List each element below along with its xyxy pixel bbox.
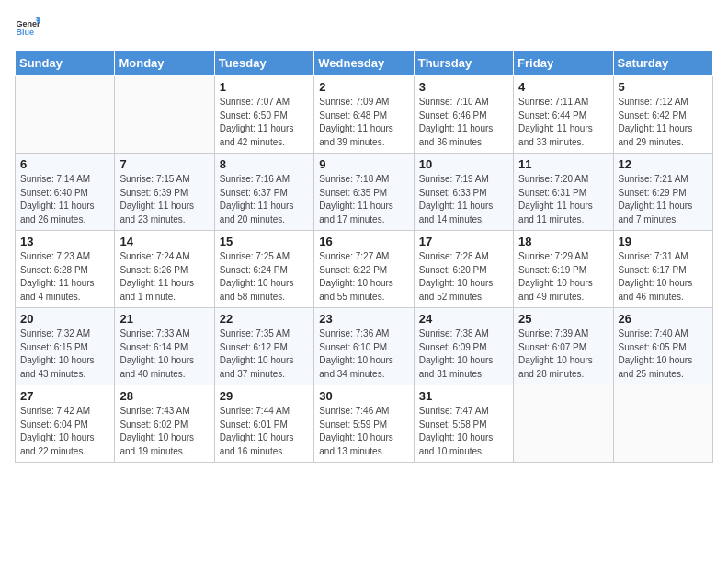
day-info: Sunrise: 7:21 AMSunset: 6:29 PMDaylight:… <box>619 173 708 226</box>
day-info: Sunrise: 7:27 AMSunset: 6:22 PMDaylight:… <box>319 250 408 304</box>
day-number: 18 <box>518 235 608 248</box>
header-tuesday: Tuesday <box>214 51 313 76</box>
day-info: Sunrise: 7:15 AMSunset: 6:39 PMDaylight:… <box>119 173 209 226</box>
day-info: Sunrise: 7:29 AMSunset: 6:19 PMDaylight:… <box>518 250 608 304</box>
day-number: 4 <box>518 80 608 94</box>
day-number: 28 <box>119 389 209 403</box>
calendar-cell: 9Sunrise: 7:18 AMSunset: 6:35 PMDaylight… <box>314 154 414 231</box>
calendar-cell: 30Sunrise: 7:46 AMSunset: 5:59 PMDayligh… <box>314 385 414 463</box>
calendar-cell: 14Sunrise: 7:24 AMSunset: 6:26 PMDayligh… <box>115 231 214 308</box>
day-info: Sunrise: 7:38 AMSunset: 6:09 PMDaylight:… <box>419 327 508 381</box>
calendar-cell: 18Sunrise: 7:29 AMSunset: 6:19 PMDayligh… <box>514 231 613 308</box>
header-friday: Friday <box>514 51 613 76</box>
day-info: Sunrise: 7:36 AMSunset: 6:10 PMDaylight:… <box>319 327 408 381</box>
calendar-cell: 4Sunrise: 7:11 AMSunset: 6:44 PMDaylight… <box>514 76 613 154</box>
calendar-week-4: 20Sunrise: 7:32 AMSunset: 6:15 PMDayligh… <box>16 308 713 385</box>
day-info: Sunrise: 7:44 AMSunset: 6:01 PMDaylight:… <box>220 405 309 458</box>
day-info: Sunrise: 7:23 AMSunset: 6:28 PMDaylight:… <box>20 250 109 304</box>
calendar-cell: 10Sunrise: 7:19 AMSunset: 6:33 PMDayligh… <box>414 154 513 231</box>
calendar-cell <box>16 76 115 154</box>
calendar-cell: 25Sunrise: 7:39 AMSunset: 6:07 PMDayligh… <box>514 308 613 385</box>
logo-icon: General Blue <box>15 15 40 40</box>
calendar-cell: 11Sunrise: 7:20 AMSunset: 6:31 PMDayligh… <box>514 154 613 231</box>
day-number: 19 <box>619 235 708 248</box>
day-info: Sunrise: 7:16 AMSunset: 6:37 PMDaylight:… <box>220 173 309 226</box>
day-info: Sunrise: 7:24 AMSunset: 6:26 PMDaylight:… <box>119 250 209 304</box>
day-number: 29 <box>220 389 309 403</box>
calendar-header-row: SundayMondayTuesdayWednesdayThursdayFrid… <box>16 51 713 76</box>
day-number: 13 <box>20 235 109 248</box>
day-number: 31 <box>419 389 508 403</box>
day-number: 7 <box>119 157 209 171</box>
day-info: Sunrise: 7:19 AMSunset: 6:33 PMDaylight:… <box>419 173 508 226</box>
calendar-cell <box>514 385 613 463</box>
calendar-body: 1Sunrise: 7:07 AMSunset: 6:50 PMDaylight… <box>16 76 713 463</box>
day-info: Sunrise: 7:12 AMSunset: 6:42 PMDaylight:… <box>619 96 708 149</box>
day-number: 2 <box>319 80 408 94</box>
header-monday: Monday <box>115 51 214 76</box>
day-info: Sunrise: 7:11 AMSunset: 6:44 PMDaylight:… <box>518 96 608 149</box>
day-number: 9 <box>319 157 408 171</box>
day-info: Sunrise: 7:47 AMSunset: 5:58 PMDaylight:… <box>419 405 508 458</box>
day-number: 14 <box>119 235 209 248</box>
day-info: Sunrise: 7:28 AMSunset: 6:20 PMDaylight:… <box>419 250 508 304</box>
day-info: Sunrise: 7:25 AMSunset: 6:24 PMDaylight:… <box>220 250 309 304</box>
calendar-cell: 22Sunrise: 7:35 AMSunset: 6:12 PMDayligh… <box>214 308 313 385</box>
day-info: Sunrise: 7:40 AMSunset: 6:05 PMDaylight:… <box>619 327 708 381</box>
day-number: 26 <box>619 312 708 326</box>
day-info: Sunrise: 7:18 AMSunset: 6:35 PMDaylight:… <box>319 173 408 226</box>
calendar-cell: 20Sunrise: 7:32 AMSunset: 6:15 PMDayligh… <box>16 308 115 385</box>
day-info: Sunrise: 7:35 AMSunset: 6:12 PMDaylight:… <box>220 327 309 381</box>
calendar-cell: 26Sunrise: 7:40 AMSunset: 6:05 PMDayligh… <box>613 308 712 385</box>
day-info: Sunrise: 7:14 AMSunset: 6:40 PMDaylight:… <box>20 173 109 226</box>
day-number: 3 <box>419 80 508 94</box>
day-number: 27 <box>20 389 109 403</box>
calendar-cell: 31Sunrise: 7:47 AMSunset: 5:58 PMDayligh… <box>414 385 513 463</box>
day-number: 10 <box>419 157 508 171</box>
calendar-cell: 2Sunrise: 7:09 AMSunset: 6:48 PMDaylight… <box>314 76 414 154</box>
day-info: Sunrise: 7:09 AMSunset: 6:48 PMDaylight:… <box>319 96 408 149</box>
day-number: 11 <box>518 157 608 171</box>
calendar-week-5: 27Sunrise: 7:42 AMSunset: 6:04 PMDayligh… <box>16 385 713 463</box>
day-number: 30 <box>319 389 408 403</box>
day-number: 8 <box>220 157 309 171</box>
page-header: General Blue <box>15 15 713 40</box>
header-sunday: Sunday <box>16 51 115 76</box>
calendar-cell: 3Sunrise: 7:10 AMSunset: 6:46 PMDaylight… <box>414 76 513 154</box>
svg-text:Blue: Blue <box>16 28 34 37</box>
day-info: Sunrise: 7:20 AMSunset: 6:31 PMDaylight:… <box>518 173 608 226</box>
day-number: 6 <box>20 157 109 171</box>
day-number: 25 <box>518 312 608 326</box>
calendar-cell: 28Sunrise: 7:43 AMSunset: 6:02 PMDayligh… <box>115 385 214 463</box>
calendar-week-2: 6Sunrise: 7:14 AMSunset: 6:40 PMDaylight… <box>16 154 713 231</box>
calendar-cell: 23Sunrise: 7:36 AMSunset: 6:10 PMDayligh… <box>314 308 414 385</box>
calendar-cell: 19Sunrise: 7:31 AMSunset: 6:17 PMDayligh… <box>613 231 712 308</box>
logo: General Blue <box>15 15 44 40</box>
day-info: Sunrise: 7:43 AMSunset: 6:02 PMDaylight:… <box>119 405 209 458</box>
calendar-cell: 29Sunrise: 7:44 AMSunset: 6:01 PMDayligh… <box>214 385 313 463</box>
day-number: 17 <box>419 235 508 248</box>
day-info: Sunrise: 7:46 AMSunset: 5:59 PMDaylight:… <box>319 405 408 458</box>
calendar-cell: 16Sunrise: 7:27 AMSunset: 6:22 PMDayligh… <box>314 231 414 308</box>
day-number: 15 <box>220 235 309 248</box>
day-info: Sunrise: 7:39 AMSunset: 6:07 PMDaylight:… <box>518 327 608 381</box>
day-info: Sunrise: 7:07 AMSunset: 6:50 PMDaylight:… <box>220 96 309 149</box>
header-thursday: Thursday <box>414 51 513 76</box>
calendar-cell <box>613 385 712 463</box>
calendar-cell <box>115 76 214 154</box>
calendar-cell: 24Sunrise: 7:38 AMSunset: 6:09 PMDayligh… <box>414 308 513 385</box>
calendar-week-3: 13Sunrise: 7:23 AMSunset: 6:28 PMDayligh… <box>16 231 713 308</box>
day-number: 23 <box>319 312 408 326</box>
day-info: Sunrise: 7:31 AMSunset: 6:17 PMDaylight:… <box>619 250 708 304</box>
calendar-cell: 12Sunrise: 7:21 AMSunset: 6:29 PMDayligh… <box>613 154 712 231</box>
calendar-table: SundayMondayTuesdayWednesdayThursdayFrid… <box>15 50 713 463</box>
calendar-cell: 21Sunrise: 7:33 AMSunset: 6:14 PMDayligh… <box>115 308 214 385</box>
calendar-week-1: 1Sunrise: 7:07 AMSunset: 6:50 PMDaylight… <box>16 76 713 154</box>
day-info: Sunrise: 7:42 AMSunset: 6:04 PMDaylight:… <box>20 405 109 458</box>
day-number: 20 <box>20 312 109 326</box>
calendar-cell: 1Sunrise: 7:07 AMSunset: 6:50 PMDaylight… <box>214 76 313 154</box>
calendar-cell: 8Sunrise: 7:16 AMSunset: 6:37 PMDaylight… <box>214 154 313 231</box>
calendar-cell: 7Sunrise: 7:15 AMSunset: 6:39 PMDaylight… <box>115 154 214 231</box>
day-number: 5 <box>619 80 708 94</box>
day-info: Sunrise: 7:33 AMSunset: 6:14 PMDaylight:… <box>119 327 209 381</box>
